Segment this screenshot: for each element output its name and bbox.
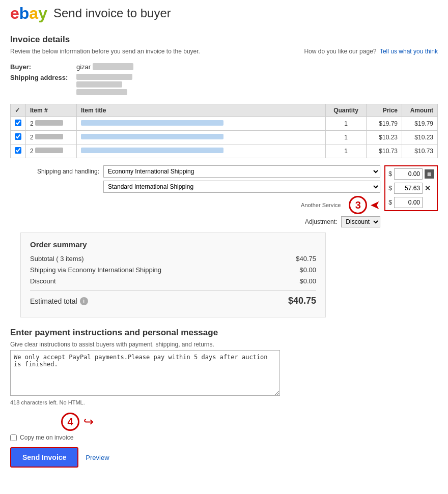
row2-item-num: 2: [30, 134, 34, 141]
discount-label: Discount: [30, 277, 56, 285]
logo-a: a: [29, 4, 38, 22]
summary-discount-row: Discount $0.00: [30, 277, 316, 285]
price-input-2[interactable]: [394, 183, 423, 194]
order-summary-title: Order summary: [30, 240, 316, 249]
price-boxes-highlighted: $ ▩ $ ✕ $: [384, 165, 438, 211]
buyer-row: Buyer: gizar: [10, 63, 438, 71]
feedback-row: Review the below information before you …: [10, 48, 438, 55]
logo-b: b: [19, 4, 30, 22]
row2-checkbox[interactable]: [15, 133, 21, 140]
buyer-value: gizar: [76, 63, 91, 71]
shipping-option-1-select[interactable]: Economy International Shipping: [103, 165, 380, 178]
estimated-label-area: Estimated total i: [30, 296, 88, 306]
page-header: ebay Send invoice to buyer: [10, 5, 438, 25]
row1-item-num-blur: [35, 120, 63, 126]
table-row: 2 1 $10.23 $10.23: [11, 131, 438, 144]
invoice-details-title: Invoice details: [10, 35, 438, 45]
buyer-label: Buyer:: [10, 63, 76, 71]
row3-item-num: 2: [30, 148, 34, 155]
shipping-selects-area: Shipping and handling: Economy Internati…: [15, 165, 380, 227]
send-invoice-button[interactable]: Send Invoice: [10, 447, 78, 468]
price-input-3[interactable]: [394, 197, 423, 208]
bottom-section: 4 ↩ Copy me on invoice Send Invoice Prev…: [10, 413, 438, 468]
row3-price: $10.73: [367, 144, 402, 158]
price-input-1[interactable]: [394, 168, 423, 180]
feedback-link[interactable]: Tell us what you think: [380, 48, 438, 55]
row2-quantity: 1: [326, 131, 367, 144]
calc-icon[interactable]: ▩: [425, 169, 434, 179]
summary-shipping-row: Shipping via Economy International Shipp…: [30, 266, 316, 274]
another-service-text: Another Service: [301, 202, 341, 208]
feedback-prompt-area: How do you like our page? Tell us what y…: [304, 48, 438, 55]
row1-price: $19.79: [367, 117, 402, 131]
row1-item-title: [81, 120, 223, 126]
row1-checkbox[interactable]: [15, 120, 21, 126]
step4-circle: 4: [61, 413, 79, 431]
row1-quantity: 1: [326, 117, 367, 131]
estimated-label-text: Estimated total: [30, 297, 77, 305]
payment-section: Enter payment instructions and personal …: [10, 328, 438, 405]
order-summary-box: Order summary Subtotal ( 3 items) $40.75…: [20, 233, 326, 317]
step3-annotation-row: Another Service 3 ➤: [103, 196, 380, 214]
shipping-row-3: Another Service 3 ➤: [15, 196, 380, 214]
shipping-handling-area: Shipping and handling: Economy Internati…: [10, 165, 438, 227]
summary-estimated-row: Estimated total i $40.75: [30, 290, 316, 306]
preview-link[interactable]: Preview: [86, 454, 109, 461]
items-table: ✓ Item # Item title Quantity Price Amoun…: [10, 104, 438, 158]
shipping-address-value: [76, 74, 132, 97]
col-item-title: Item title: [77, 104, 326, 117]
dollar-sign-3: $: [388, 199, 392, 206]
row2-amount: $10.23: [402, 131, 438, 144]
shipping-address-label: Shipping address:: [10, 74, 76, 81]
adjustment-row: Adjustment: Discount: [15, 216, 380, 227]
shipping-summary-value: $0.00: [299, 266, 316, 274]
price-row-2: $ ✕: [388, 183, 434, 194]
col-quantity: Quantity: [326, 104, 367, 117]
copy-row: Copy me on invoice: [10, 434, 438, 441]
buyer-username-blur: [93, 63, 133, 70]
shipping-option-2-select[interactable]: Standard International Shipping: [103, 181, 380, 193]
col-price: Price: [367, 104, 402, 117]
logo-e: e: [10, 4, 19, 22]
logo-y: y: [38, 4, 47, 22]
copy-checkbox[interactable]: [10, 434, 17, 441]
info-icon: i: [80, 297, 88, 305]
row3-checkbox[interactable]: [15, 147, 21, 154]
payment-message-input[interactable]: We only accept PayPal payments.Please pa…: [10, 350, 280, 396]
copy-label: Copy me on invoice: [20, 434, 73, 441]
row3-item-title: [81, 148, 223, 153]
actions-row: Send Invoice Preview: [10, 447, 438, 468]
shipping-summary-label: Shipping via Economy International Shipp…: [30, 266, 161, 274]
payment-title: Enter payment instructions and personal …: [10, 328, 438, 338]
step4-annotation-row: 4 ↩: [10, 413, 438, 431]
buyer-section: Buyer: gizar Shipping address:: [10, 63, 438, 97]
col-item-num: Item #: [26, 104, 77, 117]
row2-price: $10.23: [367, 131, 402, 144]
shipping-row-1: Shipping and handling: Economy Internati…: [15, 165, 380, 178]
summary-subtotal-row: Subtotal ( 3 items) $40.75: [30, 255, 316, 263]
subtotal-value: $40.75: [296, 255, 316, 263]
table-row: 2 1 $10.73 $10.73: [11, 144, 438, 158]
payment-subtitle: Give clear instructions to assist buyers…: [10, 341, 438, 348]
invoice-details-section: Invoice details Review the below informa…: [10, 35, 438, 317]
feedback-prompt-text: How do you like our page?: [304, 48, 376, 55]
adjustment-label: Adjustment:: [305, 218, 337, 225]
adjustment-select[interactable]: Discount: [341, 216, 380, 227]
invoice-subtitle: Review the below information before you …: [10, 48, 200, 55]
row3-item-num-blur: [35, 148, 63, 153]
price-row-1: $ ▩: [388, 168, 434, 180]
row3-quantity: 1: [326, 144, 367, 158]
estimated-total-value: $40.75: [288, 296, 316, 306]
step3-arrow-icon: ➤: [370, 198, 380, 212]
shipping-handling-label: Shipping and handling:: [15, 168, 99, 175]
ebay-logo: ebay: [10, 5, 47, 21]
subtotal-label: Subtotal ( 3 items): [30, 255, 84, 263]
table-row: 2 1 $19.79 $19.79: [11, 117, 438, 131]
discount-value: $0.00: [299, 277, 316, 285]
row2-item-num-blur: [35, 134, 63, 139]
row3-amount: $10.73: [402, 144, 438, 158]
row2-item-title: [81, 134, 223, 139]
close-icon[interactable]: ✕: [425, 184, 431, 192]
row1-amount: $19.79: [402, 117, 438, 131]
col-check: ✓: [11, 104, 26, 117]
